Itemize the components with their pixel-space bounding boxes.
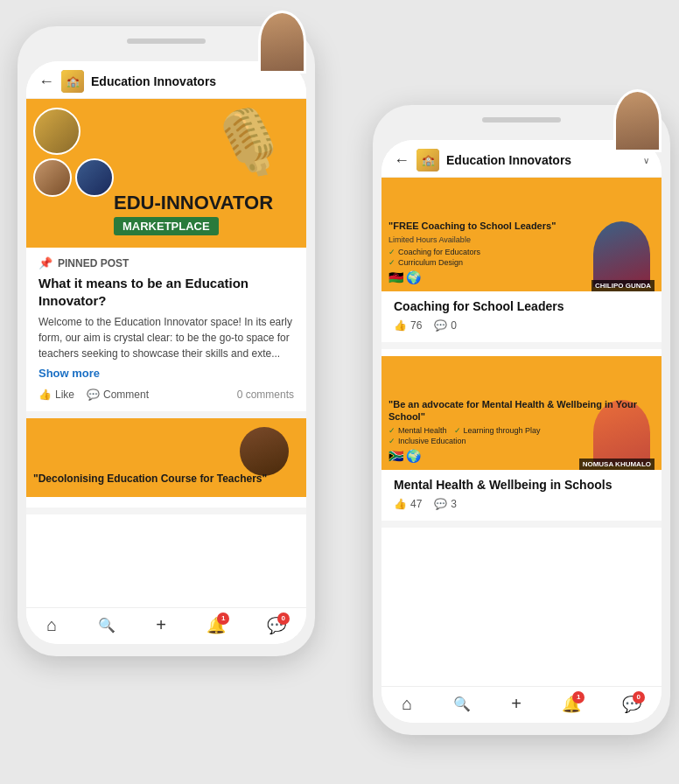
flag-sa: 🇿🇦: [388, 449, 403, 463]
add-icon-right: +: [511, 694, 522, 714]
course-tags-2: ✓ Mental Health ✓ Learning through Play: [388, 426, 654, 445]
course-tags-1: ✓ Coaching for Educators ✓ Curriculum De…: [388, 248, 654, 267]
hero-text: EDU-INNOVATOR MARKETPLACE: [114, 192, 273, 235]
comments-count-2: 3: [451, 498, 457, 510]
course-banner-preview: "Decolonising Education Course for Teach…: [26, 418, 306, 497]
course-preview-text: "Decolonising Education Course for Teach…: [33, 472, 299, 490]
home-icon-left: ⌂: [46, 615, 57, 635]
phone-left: ← 🏫 Education Innovators: [18, 26, 315, 656]
post-title: What it means to be an Education Innovat…: [38, 275, 294, 309]
tab-chat-left[interactable]: 💬 0: [267, 616, 286, 635]
chat-icon-stat-1: 💬: [434, 319, 447, 332]
tag-1-1: ✓ Coaching for Educators: [388, 248, 654, 256]
group-name-right: Education Innovators: [446, 153, 636, 167]
chat-icon-stat-2: 💬: [434, 498, 447, 510]
likes-stat-1: 👍 76: [394, 319, 422, 332]
hero-banner-left: 🎙️ EDU-INNOVATOR MARKETPLACE: [26, 99, 306, 248]
course-info-1: Coaching for School Leaders 👍 76 💬 0: [382, 291, 662, 332]
tag-2-1: ✓ Mental Health: [388, 426, 447, 435]
search-icon-right: 🔍: [453, 696, 471, 712]
course-info-2: Mental Health & Wellbeing in Schools 👍 4…: [382, 470, 662, 510]
show-more-button[interactable]: Show more: [38, 367, 294, 380]
chat-badge-left: 0: [277, 612, 290, 625]
speaker-avatar-preview: [240, 427, 289, 476]
course-banner-2: "Be an advocate for Mental Health & Well…: [382, 356, 662, 470]
tag-label-2-1: Mental Health: [398, 426, 447, 435]
group-avatar-left: 🏫: [61, 70, 84, 93]
scroll-left[interactable]: 🎙️ EDU-INNOVATOR MARKETPLACE 📌 PINNED PO…: [26, 99, 306, 607]
tag-label-1-2: Curriculum Design: [398, 258, 463, 267]
phone-right-screen: ← 🏫 Education Innovators ∨ "FREE Coachin…: [382, 140, 662, 723]
bell-badge-right: 1: [572, 691, 584, 704]
mic-icon: 🎙️: [204, 100, 294, 186]
course-title-2: Mental Health & Wellbeing in Schools: [394, 477, 649, 493]
post-card-left: What it means to be an Education Innovat…: [26, 275, 306, 418]
hero-title-line1: EDU-INNOVATOR: [114, 192, 273, 214]
likes-count-1: 76: [410, 319, 422, 332]
flag-africa-2: 🌍: [406, 449, 421, 463]
course-preview-card[interactable]: "Decolonising Education Course for Teach…: [26, 418, 306, 514]
course-banner-1: "FREE Coaching to School Leaders" Limite…: [382, 178, 662, 291]
tab-chat-right[interactable]: 💬 0: [622, 695, 641, 714]
course-card-1[interactable]: "FREE Coaching to School Leaders" Limite…: [382, 178, 662, 349]
back-button-left[interactable]: ←: [38, 73, 54, 91]
thumb-icon-2: 👍: [394, 498, 407, 510]
chat-badge-right: 0: [633, 691, 645, 704]
tag-label-2-2: Learning through Play: [464, 426, 541, 435]
thumb-icon: 👍: [38, 388, 52, 401]
tab-search-left[interactable]: 🔍: [98, 617, 116, 634]
post-body: Welcome to the Education Innovator space…: [38, 314, 294, 361]
scene: ← 🏫 Education Innovators: [0, 0, 679, 784]
like-button[interactable]: 👍 Like: [38, 388, 74, 401]
scroll-right[interactable]: "FREE Coaching to School Leaders" Limite…: [382, 178, 662, 686]
flag-africa: 🌍: [406, 270, 421, 284]
home-icon-right: ⌂: [402, 694, 412, 714]
tab-bell-left[interactable]: 🔔 1: [206, 616, 226, 635]
check-icon-2-2: ✓: [454, 426, 461, 435]
tab-bell-right[interactable]: 🔔 1: [562, 695, 581, 714]
tag-2-2: ✓ Learning through Play: [454, 426, 541, 435]
hero-title-line2: MARKETPLACE: [114, 217, 219, 235]
check-icon-1: ✓: [388, 248, 396, 256]
comments-stat-1: 💬 0: [434, 319, 457, 332]
course-stats-2: 👍 47 💬 3: [394, 498, 649, 510]
course-flags-1: 🇲🇼 🌍: [388, 270, 654, 284]
comment-icon: 💬: [87, 388, 100, 401]
flag-malawi: 🇲🇼: [388, 270, 403, 284]
pinned-label: 📌 PINNED POST: [26, 248, 306, 275]
add-icon-left: +: [156, 615, 166, 635]
comments-count-1: 0: [451, 319, 457, 332]
tab-bar-left: ⌂ 🔍 + 🔔 1 💬 0: [26, 607, 306, 644]
thumb-icon-1: 👍: [394, 319, 407, 332]
check-icon-2-1: ✓: [388, 426, 396, 435]
check-icon-2-3: ✓: [388, 437, 396, 445]
tab-home-left[interactable]: ⌂: [46, 615, 57, 635]
hero-avatars: [33, 108, 114, 197]
back-button-right[interactable]: ←: [394, 151, 410, 170]
course-flags-2: 🇿🇦 🌍: [388, 449, 654, 463]
tab-home-right[interactable]: ⌂: [402, 694, 412, 714]
comments-count: 0 comments: [237, 388, 294, 401]
group-name-left: Education Innovators: [91, 74, 294, 88]
bell-badge-left: 1: [217, 612, 229, 625]
search-icon-left: 🔍: [98, 617, 116, 634]
tab-add-right[interactable]: +: [511, 694, 522, 714]
course-quote-1: "FREE Coaching to School Leaders": [388, 220, 654, 232]
tab-search-right[interactable]: 🔍: [453, 696, 471, 712]
course-text-1: "FREE Coaching to School Leaders" Limite…: [388, 220, 654, 284]
like-label: Like: [55, 388, 74, 401]
tag-label-2-3: Inclusive Education: [398, 437, 466, 445]
course-title-1: Coaching for School Leaders: [394, 298, 649, 314]
tab-add-left[interactable]: +: [156, 615, 166, 635]
comment-button[interactable]: 💬 Comment: [87, 388, 149, 401]
course-text-2: "Be an advocate for Mental Health & Well…: [388, 398, 654, 464]
tag-1-2: ✓ Curriculum Design: [388, 258, 654, 267]
course-card-2[interactable]: "Be an advocate for Mental Health & Well…: [382, 356, 662, 528]
course-quote-2: "Be an advocate for Mental Health & Well…: [388, 398, 654, 424]
likes-count-2: 47: [410, 498, 422, 510]
tag-2-3: ✓ Inclusive Education: [388, 437, 654, 445]
post-actions: 👍 Like 💬 Comment 0 comments: [38, 388, 294, 401]
phone-right: ← 🏫 Education Innovators ∨ "FREE Coachin…: [373, 105, 670, 735]
comments-stat-2: 💬 3: [434, 498, 457, 510]
likes-stat-2: 👍 47: [394, 498, 422, 510]
